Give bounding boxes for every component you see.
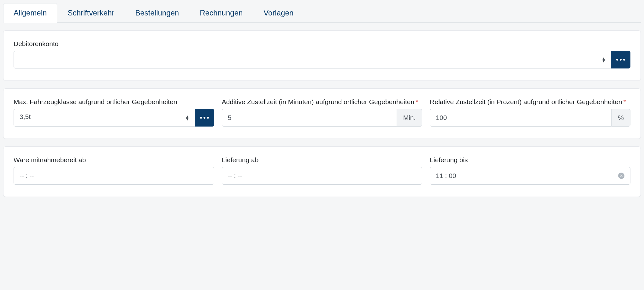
- delivery-from-time-input[interactable]: -- : --: [222, 167, 422, 185]
- tab-schriftverkehr[interactable]: Schriftverkehr: [57, 3, 125, 22]
- tab-allgemein[interactable]: Allgemein: [3, 3, 57, 23]
- vehicle-class-label: Max. Fahrzeugklasse aufgrund örtlicher G…: [14, 98, 214, 106]
- vehicle-class-more-button[interactable]: [195, 109, 214, 127]
- clear-icon[interactable]: ✕: [618, 173, 624, 179]
- relative-time-input[interactable]: [430, 109, 611, 127]
- time-value: 11 : 00: [436, 172, 456, 180]
- vehicle-class-select[interactable]: 3,5t: [14, 109, 195, 127]
- tab-bar: Allgemein Schriftverkehr Bestellungen Re…: [3, 3, 641, 23]
- tab-rechnungen[interactable]: Rechnungen: [189, 3, 253, 22]
- debitor-label: Debitorenkonto: [14, 40, 630, 48]
- delivery-from-label: Lieferung ab: [222, 156, 422, 164]
- debitor-select[interactable]: -: [14, 51, 611, 68]
- relative-time-suffix: %: [611, 109, 630, 127]
- tab-vorlagen[interactable]: Vorlagen: [253, 3, 304, 22]
- required-mark: *: [623, 98, 626, 105]
- card-delivery-settings: Max. Fahrzeugklasse aufgrund örtlicher G…: [3, 88, 641, 139]
- relative-time-label: Relative Zustellzeit (in Prozent) aufgru…: [430, 98, 630, 106]
- tab-bestellungen[interactable]: Bestellungen: [125, 3, 189, 22]
- ellipsis-icon: [616, 59, 625, 61]
- debitor-more-button[interactable]: [611, 51, 630, 68]
- ready-from-label: Ware mitnahmebereit ab: [14, 156, 214, 164]
- additive-time-label: Additive Zustellzeit (in Minuten) aufgru…: [222, 98, 422, 106]
- additive-time-suffix: Min.: [397, 109, 422, 127]
- delivery-until-label: Lieferung bis: [430, 156, 630, 164]
- time-value: -- : --: [228, 172, 242, 180]
- required-mark: *: [416, 98, 418, 105]
- delivery-until-time-input[interactable]: 11 : 00 ✕: [430, 167, 630, 185]
- additive-time-input[interactable]: [222, 109, 397, 127]
- ellipsis-icon: [200, 117, 209, 119]
- card-time-windows: Ware mitnahmebereit ab -- : -- Lieferung…: [3, 146, 641, 197]
- time-value: -- : --: [20, 172, 34, 180]
- ready-from-time-input[interactable]: -- : --: [14, 167, 214, 185]
- card-debitor: Debitorenkonto - ▲▼: [3, 30, 641, 81]
